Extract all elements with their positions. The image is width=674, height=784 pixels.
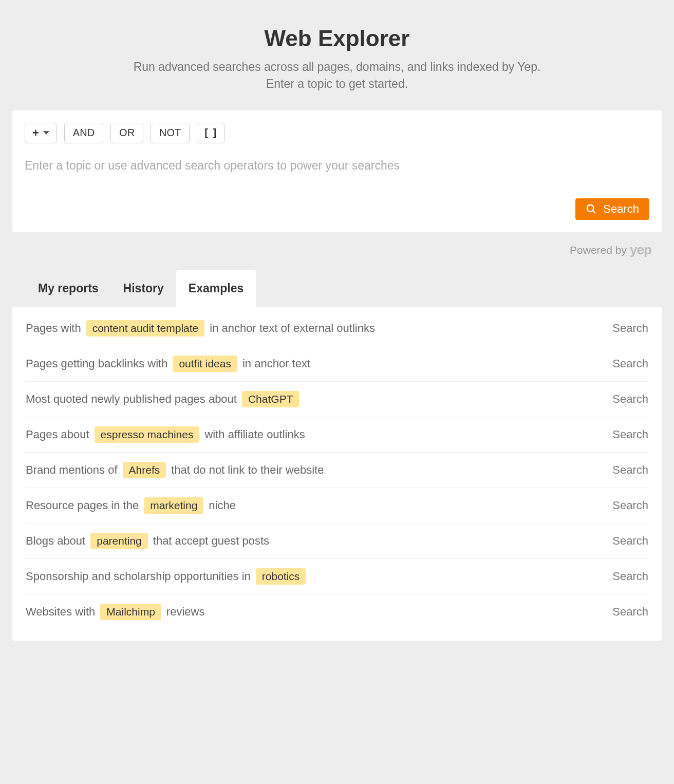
example-search-link[interactable]: Search	[612, 499, 648, 512]
brackets-operator-button[interactable]: [ ]	[197, 123, 225, 143]
example-row[interactable]: Sponsorship and scholarship opportunitie…	[26, 559, 648, 594]
example-text: Websites with Mailchimp reviews	[26, 604, 204, 620]
svg-line-1	[593, 210, 595, 213]
search-actions: Search	[25, 198, 649, 220]
example-row[interactable]: Blogs about parenting that accept guest …	[26, 524, 648, 559]
example-pre: Pages getting backlinks with	[26, 357, 167, 370]
example-pre: Websites with	[26, 605, 95, 619]
search-icon	[586, 203, 597, 215]
example-text: Pages getting backlinks with outfit idea…	[26, 356, 310, 372]
example-post: niche	[209, 499, 236, 512]
example-text: Brand mentions of Ahrefs that do not lin…	[26, 462, 324, 478]
and-operator-button[interactable]: AND	[64, 123, 103, 143]
example-post: in anchor text	[242, 357, 310, 370]
example-text: Pages with content audit template in anc…	[26, 320, 375, 337]
example-row[interactable]: Pages about espresso machines with affil…	[26, 417, 648, 453]
example-post: in anchor text of external outlinks	[210, 322, 375, 335]
search-button-label: Search	[603, 202, 639, 216]
example-pre: Resource pages in the	[26, 499, 139, 512]
example-row[interactable]: Pages getting backlinks with outfit idea…	[26, 346, 648, 382]
subtitle-line-1: Run advanced searches across all pages, …	[134, 60, 541, 73]
example-row[interactable]: Pages with content audit template in anc…	[26, 311, 648, 346]
example-row[interactable]: Most quoted newly published pages about …	[26, 382, 648, 417]
example-post: that accept guest posts	[153, 534, 269, 548]
example-row[interactable]: Resource pages in the marketing niche Se…	[26, 488, 648, 524]
example-row[interactable]: Websites with Mailchimp reviews Search	[26, 594, 648, 629]
example-post: that do not link to their website	[171, 463, 324, 477]
chevron-down-icon	[43, 131, 49, 135]
svg-text:yep: yep	[630, 242, 651, 257]
example-highlight: robotics	[256, 568, 306, 585]
page-subtitle: Run advanced searches across all pages, …	[12, 59, 662, 93]
example-pre: Most quoted newly published pages about	[26, 393, 237, 406]
example-search-link[interactable]: Search	[612, 463, 648, 477]
example-pre: Blogs about	[26, 534, 85, 548]
example-pre: Pages about	[26, 428, 89, 441]
example-highlight: outfit ideas	[173, 356, 237, 372]
example-highlight: Ahrefs	[123, 462, 166, 478]
query-toolbar: + AND OR NOT [ ]	[25, 123, 649, 143]
example-search-link[interactable]: Search	[612, 605, 648, 619]
example-search-link[interactable]: Search	[612, 570, 648, 583]
example-text: Pages about espresso machines with affil…	[26, 426, 305, 443]
tab-examples[interactable]: Examples	[176, 270, 256, 307]
example-text: Resource pages in the marketing niche	[26, 497, 236, 514]
example-search-link[interactable]: Search	[612, 534, 648, 548]
yep-logo-icon: yep	[630, 242, 660, 258]
example-post: with affiliate outlinks	[204, 428, 305, 441]
powered-by-label: Powered by	[570, 244, 627, 256]
example-pre: Sponsorship and scholarship opportunitie…	[26, 570, 251, 583]
example-text: Most quoted newly published pages about …	[26, 391, 299, 407]
or-operator-button[interactable]: OR	[110, 123, 143, 143]
example-search-link[interactable]: Search	[612, 357, 648, 370]
example-highlight: marketing	[144, 497, 203, 514]
example-highlight: espresso machines	[95, 426, 200, 443]
tab-my-reports[interactable]: My reports	[26, 270, 111, 307]
subtitle-line-2: Enter a topic to get started.	[266, 77, 408, 90]
example-text: Blogs about parenting that accept guest …	[26, 533, 269, 549]
examples-panel: Pages with content audit template in anc…	[12, 307, 662, 641]
search-card: + AND OR NOT [ ] Search	[12, 110, 662, 232]
example-text: Sponsorship and scholarship opportunitie…	[26, 568, 306, 585]
tab-history[interactable]: History	[111, 270, 176, 307]
search-input[interactable]	[25, 154, 649, 198]
add-operator-button[interactable]: +	[25, 123, 57, 143]
example-highlight: content audit template	[86, 320, 205, 337]
powered-by: Powered by yep	[12, 232, 662, 270]
example-row[interactable]: Brand mentions of Ahrefs that do not lin…	[26, 453, 648, 488]
example-post: reviews	[166, 605, 205, 619]
tabs: My reports History Examples	[12, 270, 662, 307]
page-header: Web Explorer Run advanced searches acros…	[12, 12, 662, 110]
plus-icon: +	[32, 126, 39, 140]
example-highlight: parenting	[90, 533, 148, 549]
search-button[interactable]: Search	[575, 198, 649, 220]
example-pre: Brand mentions of	[26, 463, 118, 477]
example-highlight: ChatGPT	[242, 391, 299, 407]
not-operator-button[interactable]: NOT	[151, 123, 190, 143]
example-search-link[interactable]: Search	[612, 322, 648, 335]
example-search-link[interactable]: Search	[612, 428, 648, 441]
yep-logo: yep	[630, 242, 660, 258]
example-search-link[interactable]: Search	[612, 393, 648, 406]
page-title: Web Explorer	[12, 26, 662, 51]
example-highlight: Mailchimp	[100, 604, 161, 620]
example-pre: Pages with	[26, 322, 81, 335]
